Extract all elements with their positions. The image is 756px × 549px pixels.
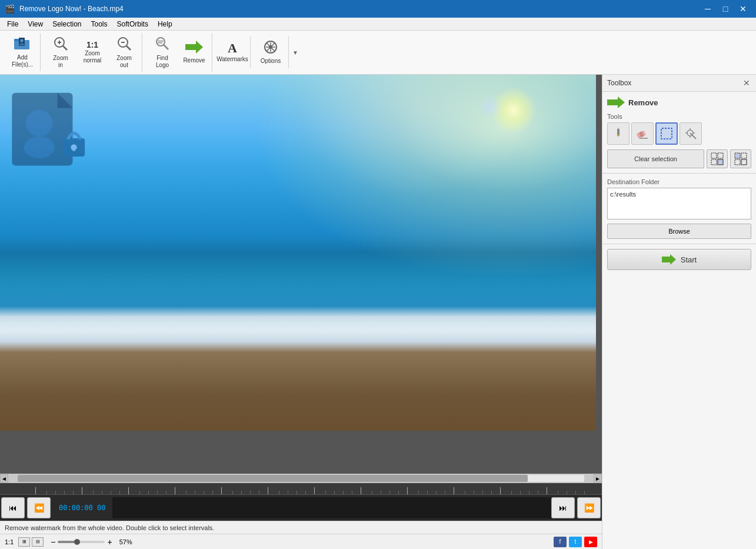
toolbox-header: Toolbox ✕ [602,75,756,92]
remove-label: Remove [183,57,205,64]
add-files-label: AddFile(s)... [12,54,33,68]
step-forward-button[interactable]: ⏩ [577,497,601,518]
title-bar-left: 🎬 Remove Logo Now! - Beach.mp4 [5,4,124,14]
scrollbar-thumb[interactable] [18,475,528,482]
menu-help[interactable]: Help [153,19,177,29]
toolbar-expand[interactable]: ▼ [291,49,299,56]
menu-tools[interactable]: Tools [86,19,112,29]
menu-file[interactable]: File [2,19,23,29]
svg-rect-47 [735,159,740,165]
youtube-icon[interactable]: ▶ [584,537,597,547]
file-tools-group: AddFile(s)... [5,34,41,71]
brush-tool-button[interactable] [607,122,630,145]
facebook-icon[interactable]: f [554,537,567,547]
svg-point-4 [21,39,24,42]
watermarks-button[interactable]: A Watermarks [217,36,248,68]
tools-label: Tools [607,113,751,120]
page-fit-icon[interactable]: ⊞ [18,537,30,547]
zoom-in-button[interactable]: Zoomin [45,33,76,72]
start-button[interactable]: Start [607,249,751,270]
status-bar: Remove watermark from the whole video. D… [0,521,602,534]
svg-point-22 [26,110,52,137]
zoom-out-icon [116,36,132,54]
remove-button[interactable]: Remove [179,36,209,68]
select-all-button[interactable] [707,149,728,168]
twitter-icon[interactable]: t [569,537,582,547]
clear-selection-button[interactable]: Clear selection [607,149,704,168]
find-logo-icon [155,36,170,54]
remove-icon [185,41,203,56]
time-display: 00:00:00 00 [52,504,112,512]
watermarks-icon: A [228,42,237,55]
menu-softorbits[interactable]: SoftOrbits [112,19,153,29]
step-back-button[interactable]: ⏪ [27,497,51,518]
horizontal-scrollbar[interactable]: ◄ ► [0,474,602,483]
zoom-normal-icon: 1:1 [86,41,98,49]
title-bar: 🎬 Remove Logo Now! - Beach.mp4 ─ □ ✕ [0,0,756,18]
svg-marker-17 [185,41,203,54]
menu-bar: File View Selection Tools SoftOrbits Hel… [0,18,756,31]
menu-view[interactable]: View [23,19,48,29]
page-actual-icon[interactable]: ⊟ [32,537,44,547]
zoom-normal-button[interactable]: 1:1 Zoomnormal [77,36,108,68]
magic-wand-tool-button[interactable] [680,122,702,145]
eraser-tool-button[interactable] [631,122,654,145]
svg-rect-29 [617,129,620,135]
title-bar-controls: ─ □ ✕ [700,2,751,15]
zoom-out-button[interactable]: Zoomout [109,33,139,72]
social-icons: f t ▶ [554,537,597,547]
zoom-slider[interactable] [58,541,105,543]
svg-rect-15 [158,41,164,42]
dest-folder-label: Destination Folder [607,178,751,185]
watermarks-label: Watermarks [217,56,248,63]
page-icons: ⊞ ⊟ [18,537,44,547]
svg-rect-43 [711,159,717,165]
zoom-normal-label: Zoomnormal [84,50,102,64]
zoom-minus-icon[interactable]: − [51,537,55,547]
skip-to-start-button[interactable]: ⏮ [1,497,25,518]
scrollbar-track[interactable] [18,475,584,482]
svg-rect-42 [718,153,723,158]
dest-folder-input[interactable]: c:\results [607,188,751,219]
svg-line-12 [126,46,131,50]
zoom-ratio: 1:1 [5,538,14,545]
dest-folder-section: Destination Folder c:\results Browse [602,174,756,244]
toolbox-close-button[interactable]: ✕ [742,78,751,88]
zoom-plus-icon[interactable]: + [107,537,112,547]
close-button[interactable]: ✕ [735,2,751,15]
svg-line-9 [63,46,67,50]
add-files-icon [14,36,31,53]
zoom-in-label: Zoomin [53,55,68,69]
logo-tools-group: FindLogo Remove [145,33,212,72]
options-button[interactable]: Options [255,36,286,68]
menu-selection[interactable]: Selection [48,19,86,29]
svg-point-19 [269,45,272,49]
browse-button[interactable]: Browse [607,224,751,239]
image-viewport[interactable] [0,75,602,474]
find-logo-label: FindLogo [156,55,169,69]
svg-rect-46 [741,153,747,158]
start-label: Start [681,255,697,264]
bottom-bar: 1:1 ⊞ ⊟ − + 57% f t ▶ [0,534,602,549]
zoom-in-icon [53,36,68,54]
find-logo-button[interactable]: FindLogo [147,33,178,72]
svg-rect-34 [661,128,672,139]
zoom-slider-container: − + [51,537,112,547]
rect-select-tool-button[interactable] [655,122,678,145]
svg-rect-44 [718,159,723,165]
add-files-button[interactable]: AddFile(s)... [7,34,38,71]
restore-button[interactable]: □ [717,2,734,15]
timeline-track[interactable] [112,497,551,518]
invert-selection-button[interactable] [730,149,751,168]
app-icon: 🎬 [5,4,15,14]
options-label: Options [261,58,281,65]
minimize-button[interactable]: ─ [700,2,716,15]
skip-to-end-button[interactable]: ⏭ [551,497,575,518]
svg-point-23 [24,137,55,158]
svg-marker-49 [662,254,676,265]
toolbox-panel: Toolbox ✕ Remove Tools [602,75,756,549]
window-title: Remove Logo Now! - Beach.mp4 [19,5,124,13]
start-section: Start [602,244,756,275]
svg-rect-45 [735,153,740,158]
svg-rect-48 [741,159,747,165]
